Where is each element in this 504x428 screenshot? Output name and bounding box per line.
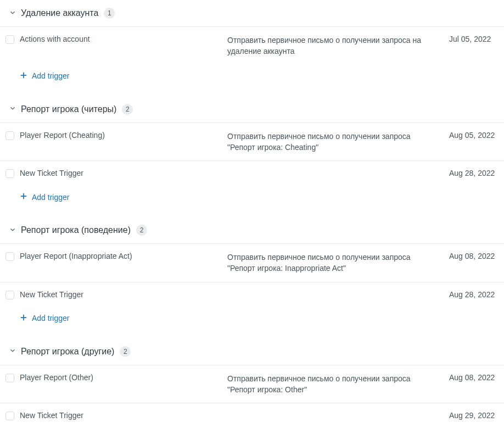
count-badge: 2 [120, 346, 131, 357]
trigger-row[interactable]: Actions with accountОтправить первичное … [0, 26, 504, 65]
trigger-description: Отправить первичное письмо о получении з… [227, 131, 449, 153]
section-title: Репорт игрока (читеры) [21, 104, 116, 114]
count-badge: 2 [122, 104, 133, 115]
trigger-row[interactable]: Player Report (Other)Отправить первичное… [0, 365, 504, 403]
trigger-row[interactable]: New Ticket TriggerAug 28, 2022 [0, 160, 504, 186]
row-checkbox[interactable] [5, 291, 14, 299]
row-checkbox[interactable] [5, 35, 14, 44]
trigger-date: Aug 08, 2022 [449, 373, 499, 382]
chevron-down-icon [9, 347, 21, 356]
chevron-down-icon [9, 9, 21, 18]
trigger-row[interactable]: New Ticket TriggerAug 29, 2022 [0, 403, 504, 428]
add-trigger-row: Add trigger [0, 307, 504, 334]
chevron-down-icon [9, 226, 21, 235]
count-badge: 1 [104, 8, 115, 19]
trigger-row[interactable]: Player Report (Cheating)Отправить первич… [0, 123, 504, 161]
plus-icon [20, 192, 32, 202]
section: Репорт игрока (читеры)2Player Report (Ch… [0, 96, 504, 213]
trigger-row[interactable]: New Ticket TriggerAug 28, 2022 [0, 282, 504, 307]
section: Репорт игрока (другие)2Player Report (Ot… [0, 338, 504, 428]
plus-icon [20, 314, 32, 323]
trigger-row[interactable]: Player Report (Inappropriate Act)Отправи… [0, 243, 504, 282]
row-checkbox[interactable] [5, 169, 14, 178]
trigger-description: Отправить первичное письмо о получении з… [227, 373, 449, 396]
trigger-name: New Ticket Trigger [20, 290, 227, 299]
add-trigger-row: Add trigger [0, 186, 504, 213]
plus-icon [20, 71, 32, 81]
section-title: Репорт игрока (поведение) [21, 225, 131, 235]
section-title: Удаление аккаунта [21, 8, 98, 18]
add-trigger-button[interactable]: Add trigger [20, 314, 69, 323]
add-trigger-row: Add trigger [0, 65, 504, 92]
row-checkbox[interactable] [5, 374, 14, 382]
trigger-name: Actions with account [20, 35, 227, 43]
add-trigger-label: Add trigger [32, 193, 69, 202]
row-checkbox[interactable] [5, 252, 14, 261]
trigger-name: Player Report (Other) [20, 373, 227, 382]
section-header[interactable]: Репорт игрока (другие)2 [0, 338, 504, 365]
row-checkbox[interactable] [5, 131, 14, 140]
section-header[interactable]: Репорт игрока (читеры)2 [0, 96, 504, 123]
trigger-name: New Ticket Trigger [20, 169, 227, 177]
trigger-date: Jul 05, 2022 [449, 35, 499, 43]
trigger-date: Aug 08, 2022 [449, 252, 499, 260]
trigger-date: Aug 28, 2022 [449, 290, 499, 299]
add-trigger-label: Add trigger [32, 71, 69, 80]
trigger-name: New Ticket Trigger [20, 411, 227, 420]
section-title: Репорт игрока (другие) [21, 347, 114, 357]
section-header[interactable]: Репорт игрока (поведение)2 [0, 217, 504, 243]
trigger-description: Отправить первичное письмо о получении з… [227, 35, 449, 57]
section-header[interactable]: Удаление аккаунта1 [0, 0, 504, 26]
add-trigger-button[interactable]: Add trigger [20, 71, 69, 81]
add-trigger-button[interactable]: Add trigger [20, 192, 69, 202]
trigger-date: Aug 28, 2022 [449, 169, 499, 177]
row-checkbox[interactable] [5, 412, 14, 420]
chevron-down-icon [9, 104, 21, 114]
trigger-date: Aug 05, 2022 [449, 131, 499, 140]
trigger-name: Player Report (Inappropriate Act) [20, 252, 227, 260]
section: Репорт игрока (поведение)2Player Report … [0, 217, 504, 334]
count-badge: 2 [136, 225, 147, 236]
trigger-name: Player Report (Cheating) [20, 131, 227, 140]
trigger-date: Aug 29, 2022 [449, 411, 499, 420]
add-trigger-label: Add trigger [32, 314, 69, 323]
trigger-description: Отправить первичное письмо о получении з… [227, 252, 449, 274]
section: Удаление аккаунта1Actions with accountОт… [0, 0, 504, 92]
